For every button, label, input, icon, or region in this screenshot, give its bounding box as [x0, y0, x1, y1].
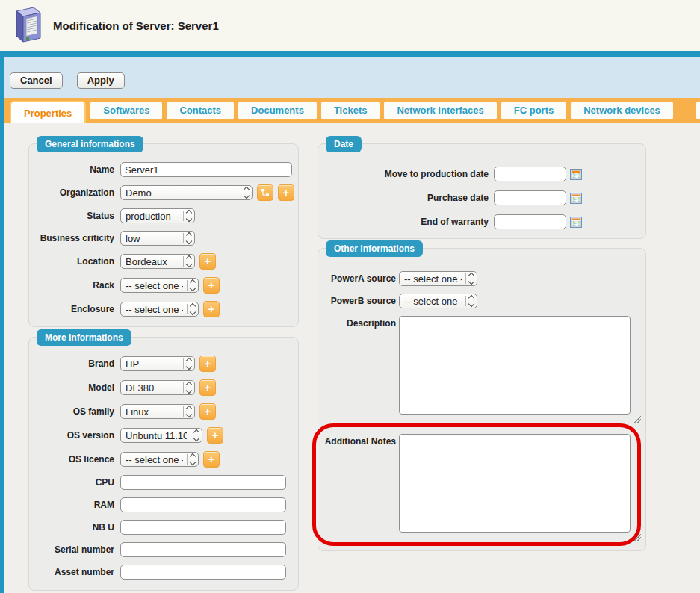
os-family-add-button[interactable]: +	[199, 403, 216, 420]
model-row: Model DL380 +	[35, 379, 292, 396]
os-licence-row: OS licence -- select one -- +	[35, 451, 292, 468]
tab-contacts[interactable]: Contacts	[167, 102, 234, 119]
ram-row: RAM	[35, 497, 292, 512]
other-informations-fieldset: Other informations PowerA source -- sele…	[318, 248, 646, 551]
status-row: Status production	[35, 208, 292, 223]
os-version-label: OS version	[35, 430, 114, 441]
left-column: General informations Name Organization D…	[28, 143, 299, 591]
name-input[interactable]	[120, 162, 292, 177]
location-add-button[interactable]: +	[199, 253, 216, 270]
model-add-button[interactable]: +	[199, 379, 216, 396]
location-label: Location	[35, 256, 114, 267]
brand-add-button[interactable]: +	[199, 356, 216, 372]
location-select[interactable]: Bordeaux	[120, 254, 195, 269]
rack-label: Rack	[35, 280, 114, 291]
tab-partial[interactable]	[696, 102, 700, 119]
os-family-select[interactable]: Linux	[120, 404, 195, 419]
select-spinner-icon	[183, 382, 191, 393]
organization-hierarchy-button[interactable]	[257, 184, 273, 201]
name-label: Name	[35, 164, 114, 175]
tab-network-interfaces[interactable]: Network interfaces	[384, 102, 496, 119]
ram-label: RAM	[35, 500, 114, 510]
plus-icon: +	[212, 429, 219, 441]
os-version-select[interactable]: Unbuntu 11.10	[120, 428, 202, 443]
business-criticity-select[interactable]: low	[120, 231, 195, 246]
description-textarea[interactable]	[399, 316, 631, 415]
model-select[interactable]: DL380	[120, 380, 195, 395]
description-row: Description	[324, 316, 639, 417]
properties-pane: General informations Name Organization D…	[4, 123, 700, 593]
end-of-warranty-row: End of warranty	[324, 214, 639, 229]
business-criticity-row: Business criticity low	[35, 231, 292, 246]
tab-properties[interactable]: Properties	[10, 101, 86, 123]
additional-notes-section: Additional Notes	[324, 423, 639, 546]
cpu-input[interactable]	[120, 475, 286, 490]
location-row: Location Bordeaux +	[35, 253, 292, 270]
additional-notes-textarea[interactable]	[399, 434, 631, 533]
asset-number-input[interactable]	[120, 565, 286, 580]
serial-number-label: Serial number	[35, 544, 114, 555]
os-version-add-button[interactable]: +	[207, 427, 223, 444]
brand-row: Brand HP +	[35, 356, 292, 372]
apply-button[interactable]: Apply	[77, 72, 125, 89]
status-select[interactable]: production	[120, 208, 195, 223]
rack-select[interactable]: -- select one --	[120, 278, 199, 293]
page-title: Modification of Server: Server1	[53, 19, 219, 32]
calendar-icon[interactable]	[570, 169, 582, 180]
plus-icon: +	[205, 255, 211, 267]
brand-select[interactable]: HP	[120, 356, 195, 371]
end-of-warranty-input[interactable]	[494, 214, 566, 229]
nb-u-row: NB U	[35, 520, 292, 535]
additional-notes-label: Additional Notes	[324, 434, 396, 447]
business-criticity-label: Business criticity	[35, 233, 114, 243]
plus-icon: +	[208, 303, 215, 314]
rack-row: Rack -- select one -- +	[35, 277, 292, 294]
plus-icon: +	[208, 279, 215, 291]
cancel-button[interactable]: Cancel	[10, 72, 63, 89]
purchase-date-row: Purchase date	[324, 190, 639, 205]
plus-icon: +	[283, 187, 290, 198]
other-informations-legend: Other informations	[326, 240, 423, 257]
tab-network-devices[interactable]: Network devices	[571, 102, 673, 119]
ram-input[interactable]	[120, 497, 286, 512]
right-column: Date Move to production date	[318, 143, 646, 551]
select-spinner-icon	[465, 296, 474, 306]
tab-documents[interactable]: Documents	[238, 102, 317, 119]
os-family-row: OS family Linux +	[35, 403, 292, 420]
power-b-label: PowerB source	[324, 296, 396, 306]
organization-label: Organization	[35, 187, 114, 198]
os-licence-add-button[interactable]: +	[203, 451, 220, 468]
asset-number-row: Asset number	[35, 565, 292, 580]
tab-softwares[interactable]: Softwares	[90, 102, 162, 119]
rack-add-button[interactable]: +	[203, 277, 220, 294]
os-licence-select[interactable]: -- select one --	[120, 452, 199, 467]
calendar-icon[interactable]	[570, 193, 582, 204]
select-spinner-icon	[183, 211, 191, 221]
end-of-warranty-label: End of warranty	[324, 217, 489, 227]
tab-tickets[interactable]: Tickets	[321, 102, 380, 119]
move-to-production-input[interactable]	[494, 167, 566, 181]
description-label: Description	[324, 316, 396, 329]
nb-u-input[interactable]	[120, 520, 286, 535]
tab-bar: Properties Softwares Contacts Documents …	[4, 98, 700, 123]
accent-divider	[0, 51, 700, 57]
purchase-date-input[interactable]	[494, 190, 566, 205]
select-spinner-icon	[183, 358, 191, 369]
power-b-select[interactable]: -- select one --	[399, 294, 477, 308]
plus-icon: +	[205, 406, 211, 417]
power-a-select[interactable]: -- select one --	[399, 271, 477, 286]
tab-fc-ports[interactable]: FC ports	[501, 102, 566, 119]
calendar-icon[interactable]	[570, 217, 582, 228]
resize-handle-icon[interactable]	[633, 415, 641, 423]
enclosure-select[interactable]: -- select one --	[120, 302, 199, 317]
select-spinner-icon	[241, 187, 249, 198]
brand-label: Brand	[35, 358, 114, 369]
organization-select[interactable]: Demo	[120, 185, 253, 200]
plus-icon: +	[205, 382, 211, 393]
serial-number-input[interactable]	[120, 542, 286, 557]
organization-row: Organization Demo +	[35, 184, 292, 201]
resize-handle-icon[interactable]	[633, 533, 641, 541]
more-informations-fieldset: More informations Brand HP + Model DL380	[28, 337, 299, 591]
enclosure-add-button[interactable]: +	[203, 301, 220, 317]
organization-add-button[interactable]: +	[278, 184, 294, 201]
